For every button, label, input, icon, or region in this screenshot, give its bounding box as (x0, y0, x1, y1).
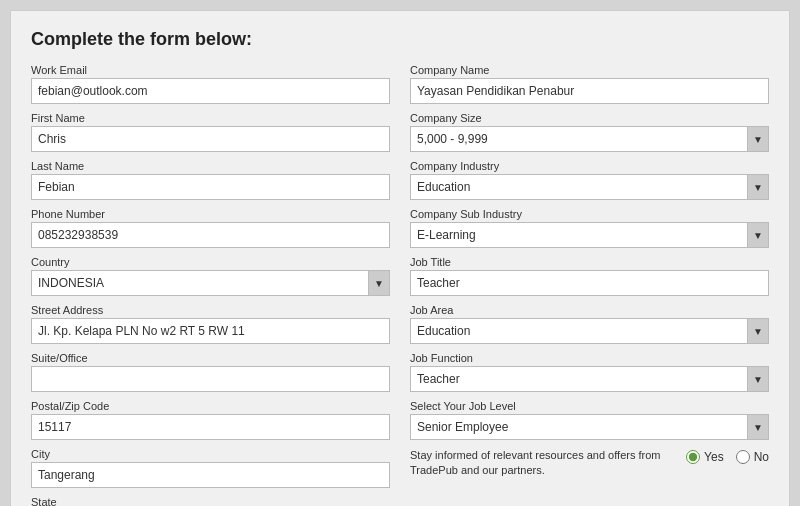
state-group: State Other ▼ (31, 496, 390, 506)
job-function-label: Job Function (410, 352, 769, 364)
city-label: City (31, 448, 390, 460)
radio-options: Yes No (686, 448, 769, 464)
yes-radio-input[interactable] (686, 450, 700, 464)
state-label: State (31, 496, 390, 506)
yes-radio-label: Yes (704, 450, 724, 464)
country-select-wrapper: INDONESIA ▼ (31, 270, 390, 296)
company-size-select-wrapper: 5,000 - 9,999 ▼ (410, 126, 769, 152)
first-name-label: First Name (31, 112, 390, 124)
first-name-group: First Name (31, 112, 390, 152)
company-size-select[interactable]: 5,000 - 9,999 (410, 126, 769, 152)
job-level-label: Select Your Job Level (410, 400, 769, 412)
job-level-group: Select Your Job Level Senior Employee ▼ (410, 400, 769, 440)
job-area-select-wrapper: Education ▼ (410, 318, 769, 344)
job-title-input[interactable] (410, 270, 769, 296)
company-name-input[interactable] (410, 78, 769, 104)
last-name-group: Last Name (31, 160, 390, 200)
work-email-label: Work Email (31, 64, 390, 76)
job-area-label: Job Area (410, 304, 769, 316)
company-sub-industry-group: Company Sub Industry E-Learning ▼ (410, 208, 769, 248)
phone-number-group: Phone Number (31, 208, 390, 248)
first-name-input[interactable] (31, 126, 390, 152)
last-name-input[interactable] (31, 174, 390, 200)
stay-informed-label: Stay informed of relevant resources and … (410, 448, 686, 479)
suite-office-label: Suite/Office (31, 352, 390, 364)
job-level-select-wrapper: Senior Employee ▼ (410, 414, 769, 440)
country-label: Country (31, 256, 390, 268)
company-industry-select-wrapper: Education ▼ (410, 174, 769, 200)
stay-informed-group: Stay informed of relevant resources and … (410, 448, 769, 479)
work-email-input[interactable] (31, 78, 390, 104)
suite-office-input[interactable] (31, 366, 390, 392)
phone-number-label: Phone Number (31, 208, 390, 220)
city-input[interactable] (31, 462, 390, 488)
suite-office-group: Suite/Office (31, 352, 390, 392)
right-column: Company Name Company Size 5,000 - 9,999 … (410, 64, 769, 506)
job-function-select-wrapper: Teacher ▼ (410, 366, 769, 392)
job-title-group: Job Title (410, 256, 769, 296)
company-industry-group: Company Industry Education ▼ (410, 160, 769, 200)
company-industry-label: Company Industry (410, 160, 769, 172)
no-radio-input[interactable] (736, 450, 750, 464)
country-select[interactable]: INDONESIA (31, 270, 390, 296)
country-group: Country INDONESIA ▼ (31, 256, 390, 296)
job-area-select[interactable]: Education (410, 318, 769, 344)
left-column: Work Email First Name Last Name Phone Nu… (31, 64, 390, 506)
job-function-select[interactable]: Teacher (410, 366, 769, 392)
form-title: Complete the form below: (31, 29, 769, 50)
street-address-group: Street Address (31, 304, 390, 344)
job-function-group: Job Function Teacher ▼ (410, 352, 769, 392)
company-size-label: Company Size (410, 112, 769, 124)
company-industry-select[interactable]: Education (410, 174, 769, 200)
street-address-label: Street Address (31, 304, 390, 316)
city-group: City (31, 448, 390, 488)
no-radio-option[interactable]: No (736, 450, 769, 464)
street-address-input[interactable] (31, 318, 390, 344)
form-container: Complete the form below: Work Email Firs… (10, 10, 790, 506)
company-sub-industry-select-wrapper: E-Learning ▼ (410, 222, 769, 248)
postal-zip-code-group: Postal/Zip Code (31, 400, 390, 440)
job-title-label: Job Title (410, 256, 769, 268)
postal-zip-code-input[interactable] (31, 414, 390, 440)
company-sub-industry-label: Company Sub Industry (410, 208, 769, 220)
company-size-group: Company Size 5,000 - 9,999 ▼ (410, 112, 769, 152)
job-area-group: Job Area Education ▼ (410, 304, 769, 344)
job-level-select[interactable]: Senior Employee (410, 414, 769, 440)
company-name-label: Company Name (410, 64, 769, 76)
company-sub-industry-select[interactable]: E-Learning (410, 222, 769, 248)
form-columns: Work Email First Name Last Name Phone Nu… (31, 64, 769, 506)
postal-zip-code-label: Postal/Zip Code (31, 400, 390, 412)
phone-number-input[interactable] (31, 222, 390, 248)
company-name-group: Company Name (410, 64, 769, 104)
yes-radio-option[interactable]: Yes (686, 450, 724, 464)
stay-informed-radio-group: Stay informed of relevant resources and … (410, 448, 769, 479)
work-email-group: Work Email (31, 64, 390, 104)
last-name-label: Last Name (31, 160, 390, 172)
no-radio-label: No (754, 450, 769, 464)
